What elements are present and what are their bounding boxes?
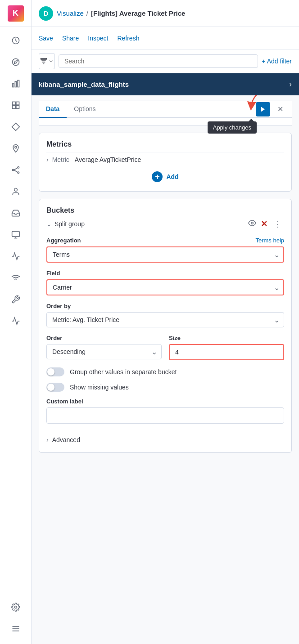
order-select-wrapper: Descending ⌄ [46, 344, 162, 359]
svg-point-12 [12, 169, 14, 170]
close-button[interactable]: ✕ [274, 103, 286, 116]
tab-data[interactable]: Data [39, 101, 67, 118]
svg-point-11 [14, 146, 16, 148]
buckets-title: Buckets [39, 199, 291, 218]
order-by-group: Order by Metric: Avg. Ticket Price ⌄ [46, 303, 284, 327]
main-content: D Visualize / [Flights] Average Ticket P… [32, 0, 299, 644]
sidebar-item-dashboard[interactable] [6, 95, 26, 115]
sidebar-item-clock[interactable] [6, 31, 26, 50]
svg-point-1 [12, 59, 19, 66]
svg-point-22 [14, 606, 17, 608]
svg-line-15 [14, 168, 17, 170]
svg-rect-8 [12, 106, 15, 109]
group-other-toggle[interactable] [46, 367, 64, 376]
breadcrumb-current: [Flights] Average Ticket Price [91, 9, 186, 17]
sidebar-item-menu[interactable] [6, 619, 26, 639]
group-other-label: Group other values in separate bucket [70, 368, 177, 376]
svg-rect-7 [16, 102, 19, 105]
logo-area: K [0, 0, 32, 27]
index-chevron-icon[interactable]: › [289, 80, 292, 89]
sidebar-nav [0, 27, 31, 331]
sidebar-item-maps[interactable] [6, 139, 26, 158]
sidebar-item-compass[interactable] [6, 52, 26, 72]
sidebar-item-settings[interactable] [6, 597, 26, 617]
metric-expand-icon[interactable]: › [46, 156, 49, 163]
custom-label-label: Custom label [46, 398, 284, 405]
apply-changes-button[interactable] [256, 102, 270, 116]
size-input[interactable] [169, 344, 284, 360]
aggregation-select[interactable]: Terms [46, 246, 284, 263]
field-label: Field [46, 270, 284, 277]
tab-actions: Apply changes ✕ [256, 102, 292, 116]
breadcrumb-separator: / [86, 9, 88, 17]
breadcrumb-link[interactable]: Visualize [57, 9, 84, 17]
sidebar-item-ml[interactable] [6, 268, 26, 288]
svg-marker-2 [14, 60, 17, 63]
svg-rect-9 [16, 106, 19, 109]
metrics-title: Metrics [39, 133, 291, 152]
order-by-select[interactable]: Metric: Avg. Ticket Price [46, 312, 284, 327]
tab-options[interactable]: Options [67, 101, 103, 118]
buckets-body: ⌄ Split group ✕ ⋮ Aggregation [39, 218, 291, 452]
terms-help-link[interactable]: Terms help [255, 237, 284, 244]
field-select[interactable]: Carrier [46, 279, 284, 295]
metrics-body: › Metric Average AvgTicketPrice + Add [39, 152, 291, 191]
save-link[interactable]: Save [39, 35, 53, 42]
svg-line-16 [14, 170, 17, 172]
custom-label-input[interactable] [46, 407, 284, 424]
aggregation-group: Aggregation Terms help Terms ⌄ [46, 237, 284, 263]
show-missing-toggle-row: Show missing values [46, 383, 284, 392]
svg-rect-26 [41, 58, 46, 59]
action-bar: Save Share Inspect Refresh [32, 27, 299, 49]
svg-rect-3 [12, 84, 14, 87]
breadcrumb: Visualize / [Flights] Average Ticket Pri… [57, 9, 185, 17]
search-input[interactable] [59, 54, 258, 68]
order-label: Order [46, 335, 162, 341]
sidebar-item-user[interactable] [6, 182, 26, 201]
svg-point-17 [14, 188, 17, 192]
sidebar-item-stack[interactable] [6, 203, 26, 223]
metric-row: › Metric Average AvgTicketPrice [46, 152, 284, 167]
sidebar-item-graph[interactable] [6, 160, 26, 180]
panel-body: Data Options Apply changes ✕ [32, 95, 299, 644]
svg-point-32 [251, 222, 254, 224]
advanced-row[interactable]: › Advanced [46, 431, 284, 445]
sidebar-item-dev-tools[interactable] [6, 290, 26, 309]
sidebar-item-visualize[interactable] [6, 74, 26, 94]
svg-marker-10 [12, 123, 19, 131]
sidebar-bottom [6, 597, 26, 644]
remove-icon[interactable]: ✕ [261, 219, 267, 229]
eye-icon[interactable] [248, 219, 256, 229]
show-missing-toggle[interactable] [46, 383, 64, 392]
kibana-logo[interactable]: K [8, 5, 24, 22]
svg-point-14 [18, 172, 19, 173]
sidebar-item-apm[interactable] [6, 246, 26, 266]
svg-rect-4 [15, 81, 16, 87]
sidebar-item-monitor[interactable] [6, 225, 26, 245]
order-by-select-wrapper: Metric: Avg. Ticket Price ⌄ [46, 312, 284, 327]
add-filter-button[interactable]: + Add filter [262, 58, 292, 65]
refresh-link[interactable]: Refresh [117, 35, 139, 42]
metric-type-label: Metric [52, 156, 69, 163]
more-options-icon[interactable]: ⋮ [272, 218, 284, 230]
add-metric-button[interactable]: + Add [46, 167, 284, 184]
svg-rect-5 [18, 80, 19, 87]
filter-icon-button[interactable] [39, 53, 55, 69]
group-other-toggle-row: Group other values in separate bucket [46, 367, 284, 376]
apply-changes-tooltip: Apply changes [208, 121, 257, 134]
sidebar-item-heartbeat[interactable] [6, 311, 26, 331]
field-select-wrapper: Carrier ⌄ [46, 279, 284, 295]
share-link[interactable]: Share [62, 35, 79, 42]
split-group-label: ⌄ Split group [46, 220, 85, 228]
sidebar-item-canvas[interactable] [6, 117, 26, 137]
svg-rect-6 [12, 102, 15, 105]
index-pattern-name: kibana_sample_data_flights [39, 80, 129, 88]
inspect-link[interactable]: Inspect [88, 35, 108, 42]
user-badge[interactable]: D [39, 6, 53, 21]
show-missing-label: Show missing values [70, 384, 129, 391]
svg-marker-30 [261, 107, 265, 112]
split-group-chevron-icon[interactable]: ⌄ [46, 220, 52, 228]
order-size-row: Order Descending ⌄ Size [46, 335, 284, 360]
order-select[interactable]: Descending [46, 344, 162, 359]
svg-point-13 [18, 167, 19, 168]
